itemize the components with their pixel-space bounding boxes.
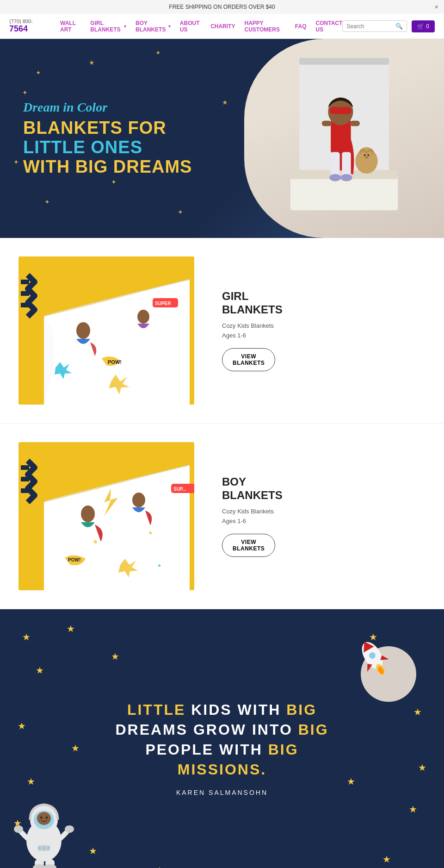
hero-title-line2: Little Ones xyxy=(23,138,221,157)
hero-title-line1: Blankets For xyxy=(23,119,221,138)
svg-rect-34 xyxy=(21,465,29,470)
girl-blankets-info: GIRL BLANKETS Cozy Kids Blankets Ages 1-… xyxy=(194,290,426,371)
svg-rect-10 xyxy=(350,120,360,126)
svg-point-13 xyxy=(329,174,341,181)
svg-point-22 xyxy=(367,154,369,156)
svg-rect-27 xyxy=(21,303,29,307)
svg-point-53 xyxy=(40,817,43,819)
svg-rect-36 xyxy=(21,488,29,493)
svg-point-7 xyxy=(330,106,340,113)
chevron-down-icon: ▾ xyxy=(124,24,126,29)
boy-blanket-image: SUP... POW! ★ ★ ★ xyxy=(18,442,194,590)
nav-happy-customers[interactable]: HAPPY CUSTOMERS xyxy=(244,20,285,33)
svg-text:★: ★ xyxy=(148,530,153,536)
star-decoration: ✦ xyxy=(44,198,50,206)
nav-about-us[interactable]: ABOUT US xyxy=(180,20,201,33)
cart-button[interactable]: 🛒 0 xyxy=(412,20,435,32)
star-decoration: ★ xyxy=(89,845,97,856)
star-decoration: ★ xyxy=(27,776,35,787)
astronaut-decoration xyxy=(14,794,74,868)
header: (770) 800- 7564 WALL ART GIRL BLANKETS ▾… xyxy=(0,14,444,39)
cart-icon: 🛒 xyxy=(417,23,424,30)
svg-rect-25 xyxy=(21,280,29,284)
boy-blankets-description: Cozy Kids Blankets xyxy=(222,508,398,515)
svg-point-54 xyxy=(46,817,48,819)
nav-girl-blankets[interactable]: GIRL BLANKETS ▾ xyxy=(90,20,126,33)
svg-rect-9 xyxy=(322,120,332,126)
phone-number: (770) 800- xyxy=(9,19,51,24)
svg-point-64 xyxy=(47,847,50,849)
close-announcement-button[interactable]: × xyxy=(435,3,438,11)
svg-rect-26 xyxy=(21,291,29,296)
svg-text:★: ★ xyxy=(157,563,161,568)
boy-blankets-row: SUP... POW! ★ ★ ★ BOY BLANKETS xyxy=(0,424,444,609)
star-decoration: ★ xyxy=(382,854,391,865)
svg-text:SUP...: SUP... xyxy=(173,487,186,492)
svg-point-28 xyxy=(76,322,90,339)
star-decoration: ✦ xyxy=(178,208,183,216)
svg-point-14 xyxy=(340,174,352,181)
svg-point-37 xyxy=(81,506,95,522)
star-decoration: ★ xyxy=(22,631,31,643)
search-input[interactable] xyxy=(346,23,393,30)
star-decoration: ✦ xyxy=(36,69,41,76)
chevron-down-icon: ▾ xyxy=(168,24,171,29)
boy-blanket-svg: SUP... POW! ★ ★ ★ xyxy=(18,442,194,590)
star-decoration: ★ xyxy=(418,762,426,773)
star-decoration: ★ xyxy=(89,59,95,66)
svg-point-56 xyxy=(65,825,74,833)
nav-contact-us[interactable]: CONTACT US xyxy=(316,20,343,33)
svg-text:POW!: POW! xyxy=(108,359,122,365)
girl-blankets-row: POW! SUPER GIRL BLANKETS xyxy=(0,238,444,424)
svg-text:SUPER: SUPER xyxy=(155,301,171,306)
star-decoration: ★ xyxy=(18,720,26,731)
search-icon[interactable]: 🔍 xyxy=(395,23,403,30)
announcement-bar: FREE SHIPPING ON ORDERS OVER $40 × xyxy=(0,0,444,14)
blanket-svg: POW! SUPER xyxy=(18,256,194,405)
quote-text: LITTLE KIDS WITH BIG DREAMS GROW INTO BI… xyxy=(115,700,328,780)
svg-point-60 xyxy=(43,864,56,868)
hero-image-area xyxy=(244,39,444,238)
star-decoration: ★ xyxy=(347,776,355,787)
quote-content: LITTLE KIDS WITH BIG DREAMS GROW INTO BI… xyxy=(115,700,328,797)
boy-blankets-ages: Ages 1-6 xyxy=(222,518,398,525)
main-nav: WALL ART GIRL BLANKETS ▾ BOY BLANKETS ▾ … xyxy=(60,20,342,33)
hero-banner: ✦ ✦ ✦ ✦ ★ ✦ ✦ ★ ✦ Dream in Color Blanket… xyxy=(0,39,444,238)
svg-rect-35 xyxy=(21,477,29,481)
quote-author: KAREN SALMANSOHN xyxy=(115,789,328,796)
svg-rect-12 xyxy=(342,152,351,176)
nav-boy-blankets[interactable]: BOY BLANKETS ▾ xyxy=(136,20,171,33)
svg-point-62 xyxy=(38,847,41,849)
header-right: 🔍 🛒 0 xyxy=(342,20,435,32)
nav-faq[interactable]: FAQ xyxy=(295,23,307,30)
products-section: POW! SUPER GIRL BLANKETS xyxy=(0,238,444,609)
hero-title-line3: with Big Dreams xyxy=(23,157,221,177)
rocket-decoration xyxy=(352,635,393,676)
girl-blankets-title: GIRL BLANKETS xyxy=(222,290,398,317)
nav-wall-art[interactable]: WALL ART xyxy=(60,20,81,33)
quote-banner: ★ ★ ★ ★ ★ ★ ★ ★ ★ ★ ★ ★ ★ ★ ★ ★ ★ ★ xyxy=(0,609,444,868)
view-girl-blankets-button[interactable]: VIEW BLANKETS xyxy=(222,348,275,371)
svg-point-23 xyxy=(365,156,369,158)
svg-point-30 xyxy=(137,310,149,324)
search-box: 🔍 xyxy=(342,20,407,32)
star-decoration: ★ xyxy=(409,804,417,815)
svg-point-40 xyxy=(132,493,145,507)
site-logo[interactable]: 7564 xyxy=(9,24,51,34)
star-decoration: ✦ xyxy=(155,49,161,56)
star-decoration: ★ xyxy=(71,743,80,754)
view-boy-blankets-button[interactable]: VIEW BLANKETS xyxy=(222,534,275,557)
svg-point-55 xyxy=(14,825,23,833)
svg-point-21 xyxy=(364,154,366,156)
hero-image xyxy=(244,39,444,238)
star-decoration: ★ xyxy=(413,706,422,718)
svg-point-63 xyxy=(43,847,45,849)
announcement-text: FREE SHIPPING ON ORDERS OVER $40 xyxy=(169,4,275,10)
girl-blanket-visual: POW! SUPER xyxy=(18,256,194,405)
svg-point-52 xyxy=(37,812,51,825)
girl-blanket-image: POW! SUPER xyxy=(18,256,194,405)
girl-blankets-description: Cozy Kids Blankets xyxy=(222,322,398,329)
nav-charity[interactable]: CHARITY xyxy=(210,23,235,30)
boy-blankets-title: BOY BLANKETS xyxy=(222,475,398,502)
boy-blankets-info: BOY BLANKETS Cozy Kids Blankets Ages 1-6… xyxy=(194,475,426,557)
